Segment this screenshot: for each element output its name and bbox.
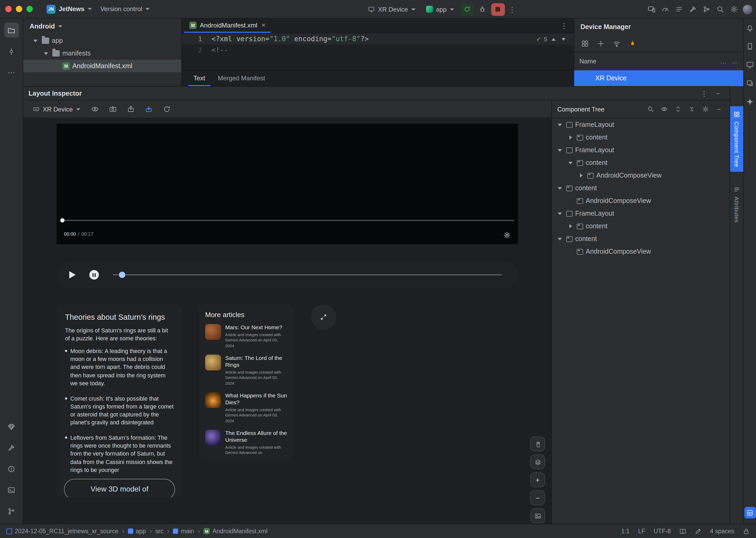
stop-button[interactable] — [491, 3, 505, 16]
app-inspection-icon[interactable] — [672, 3, 685, 16]
tree-node[interactable]: content — [552, 182, 729, 194]
tab-merged-manifest[interactable]: Merged Manifest — [212, 71, 270, 86]
tree-item-app[interactable]: app — [23, 34, 181, 47]
expander-icon[interactable] — [556, 235, 563, 242]
problems-toolwindow-button[interactable] — [4, 461, 19, 476]
export-snapshot-icon[interactable] — [125, 103, 137, 116]
next-problem-icon[interactable] — [560, 35, 567, 43]
add-device-icon[interactable] — [594, 37, 607, 50]
device-selector[interactable]: XR Device — [364, 2, 420, 16]
firebase-icon[interactable] — [626, 37, 639, 50]
collapse-all-icon[interactable] — [685, 103, 698, 116]
play-icon[interactable] — [69, 271, 76, 279]
import-snapshot-icon[interactable] — [143, 103, 155, 116]
build-icon[interactable] — [686, 3, 699, 16]
video-settings-icon[interactable] — [503, 232, 511, 239]
close-tab-icon[interactable]: × — [262, 21, 265, 29]
device-render-view[interactable]: 00:00 / 00:17 Theories about Saturn's ri… — [23, 118, 552, 524]
expander-icon[interactable] — [556, 121, 563, 129]
panel-options-icon[interactable]: ⋮ — [699, 87, 710, 100]
terminal-toolwindow-button[interactable] — [4, 482, 19, 497]
file-encoding[interactable]: UTF-8 — [654, 528, 671, 534]
expand-button[interactable] — [311, 304, 336, 330]
tab-androidmanifest[interactable]: M AndroidManifest.xml × — [184, 19, 271, 33]
expander-icon[interactable] — [556, 185, 563, 192]
tree-node[interactable]: FrameLayout — [552, 118, 729, 131]
tab-text[interactable]: Text — [188, 71, 210, 86]
device-explorer-icon[interactable] — [746, 79, 754, 87]
article-item[interactable]: What Happens if the Sun Dies?Article and… — [205, 392, 287, 424]
view-3d-model-button[interactable]: View 3D model of — [64, 479, 175, 497]
expander-icon[interactable] — [42, 50, 50, 57]
expander-icon[interactable] — [567, 159, 574, 167]
code-area[interactable]: 1 <?xml version="1.0" encoding="utf-8"?>… — [182, 33, 574, 56]
indent-size[interactable]: 4 spaces — [710, 528, 734, 534]
inspections-widget[interactable]: ✓ 5 — [536, 34, 567, 44]
zoom-to-fit-button[interactable] — [530, 509, 545, 523]
highlight-icon[interactable] — [658, 103, 670, 116]
close-window-button[interactable] — [5, 6, 12, 12]
rerun-button[interactable] — [460, 3, 474, 16]
pen-icon[interactable] — [695, 528, 702, 535]
more-run-options-icon[interactable]: ⋮ — [507, 3, 517, 16]
search-icon[interactable] — [714, 3, 727, 16]
user-avatar[interactable] — [741, 3, 754, 16]
share-icon[interactable] — [700, 3, 713, 16]
column-more-2[interactable]: … — [732, 58, 738, 65]
expander-icon[interactable] — [556, 146, 563, 154]
inspector-device-selector[interactable]: XR Device — [29, 103, 83, 116]
breadcrumb-item-root[interactable]: 2024-12-05_RC11_jetnews_xr_source — [6, 528, 118, 534]
layout-inspector-toolwindow-button[interactable] — [744, 507, 756, 518]
expander-icon[interactable] — [32, 37, 39, 44]
editor-options-icon[interactable]: ⋮ — [559, 19, 569, 32]
debug-button[interactable] — [476, 3, 489, 16]
tree-node[interactable]: content — [552, 131, 729, 144]
vcs-widget[interactable]: Version control — [96, 2, 154, 16]
audio-player-controls[interactable] — [57, 261, 518, 289]
minimize-window-button[interactable] — [16, 6, 22, 12]
tree-item-androidmanifest[interactable]: M AndroidManifest.xml — [23, 60, 181, 73]
build-toolwindow-button[interactable] — [4, 440, 19, 455]
breadcrumb-item-app[interactable]: app — [128, 528, 146, 534]
device-grid-icon[interactable] — [578, 37, 591, 50]
zoom-window-button[interactable] — [27, 6, 33, 12]
packages-toolwindow-button[interactable] — [4, 419, 19, 434]
breadcrumb-item-src[interactable]: src — [155, 528, 164, 534]
expander-icon[interactable] — [567, 223, 574, 230]
theories-card[interactable]: Theories about Saturn's rings The origin… — [57, 304, 182, 497]
commit-toolwindow-button[interactable] — [4, 44, 19, 59]
name-column-header[interactable]: Name — [579, 58, 596, 65]
tree-node[interactable]: content — [552, 233, 729, 245]
article-item[interactable]: Mars: Our Next Home?Article and images c… — [205, 324, 287, 349]
visibility-options-icon[interactable] — [88, 103, 101, 116]
tab-attributes[interactable]: Attributes — [730, 181, 744, 228]
hide-panel-icon[interactable]: − — [712, 87, 724, 100]
line-separator[interactable]: LF — [638, 528, 645, 534]
more-tool-windows-icon[interactable]: ⋯ — [4, 65, 19, 80]
project-widget[interactable]: JN JetNews — [42, 2, 96, 16]
3d-mode-button[interactable] — [530, 455, 545, 469]
breadcrumb-item-manifest[interactable]: MAndroidManifest.xml — [204, 528, 267, 534]
video-player[interactable]: 00:00 / 00:17 — [57, 124, 518, 244]
tree-node[interactable]: FrameLayout — [552, 144, 729, 156]
zoom-out-button[interactable]: − — [530, 490, 545, 505]
pan-tool-button[interactable] — [530, 437, 545, 451]
tree-node[interactable]: AndroidComposeView — [552, 245, 729, 258]
reader-mode-icon[interactable] — [679, 528, 686, 535]
refresh-icon[interactable] — [160, 103, 173, 116]
prev-problem-icon[interactable] — [550, 35, 557, 43]
capture-snapshot-icon[interactable] — [106, 103, 119, 116]
expand-all-icon[interactable] — [671, 103, 684, 116]
expander-icon[interactable] — [577, 172, 585, 179]
tree-item-manifests[interactable]: manifests — [23, 47, 181, 60]
expander-icon[interactable] — [556, 210, 563, 217]
device-row-xr-device[interactable]: XR Device — [574, 70, 743, 86]
expander-icon[interactable] — [567, 134, 574, 141]
device-streaming-icon[interactable] — [645, 3, 658, 16]
column-more-1[interactable]: … — [720, 58, 727, 65]
pair-wifi-icon[interactable] — [610, 37, 623, 50]
device-manager-icon[interactable] — [746, 61, 754, 69]
tree-node[interactable]: content — [552, 156, 729, 169]
more-articles-card[interactable]: More articles Mars: Our Next Home?Articl… — [199, 304, 293, 461]
article-item[interactable]: Saturn: The Lord of the RingsArticle and… — [205, 354, 287, 386]
